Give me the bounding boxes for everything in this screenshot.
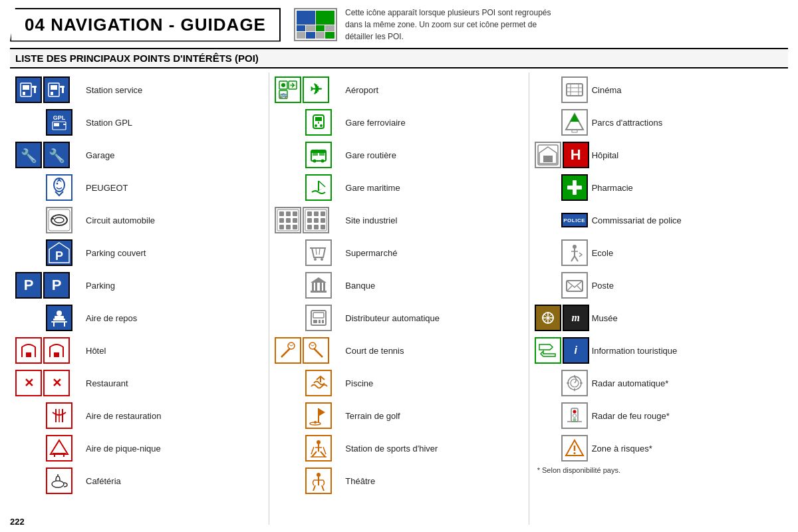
list-item: Aire de restauration xyxy=(15,401,263,430)
poi-label: Parking couvert xyxy=(86,248,146,258)
list-item: Gare routière xyxy=(275,140,523,170)
svg-rect-72 xyxy=(307,218,312,223)
svg-rect-64 xyxy=(293,218,297,223)
restaurant-icon-2: ✕ xyxy=(43,370,70,396)
svg-point-100 xyxy=(317,440,321,444)
info-icon-2: i xyxy=(563,337,589,364)
svg-text:P: P xyxy=(55,249,63,263)
garage-icon-1: 🔧 xyxy=(15,142,42,168)
poi-icon-group xyxy=(535,370,588,396)
radar-feu-icon xyxy=(561,402,588,429)
svg-line-95 xyxy=(314,348,323,357)
poi-label: Aire de pique-nique xyxy=(86,444,161,454)
svg-rect-84 xyxy=(320,283,322,291)
svg-point-122 xyxy=(573,245,577,249)
svg-rect-26 xyxy=(55,316,64,319)
svg-point-144 xyxy=(573,452,575,454)
svg-rect-57 xyxy=(311,150,326,153)
poi-label: Restaurant xyxy=(86,378,128,388)
ski-icon xyxy=(305,435,332,462)
parking-icon-1: P xyxy=(15,272,42,299)
cluster-icon xyxy=(294,8,337,41)
list-item: Court de tennis xyxy=(275,336,523,365)
poi-label: PEUGEOT xyxy=(86,183,128,193)
poi-icon-group: P P xyxy=(15,272,82,299)
hotel-icon-1 xyxy=(15,337,42,364)
poi-icon-group: i xyxy=(535,337,588,364)
svg-rect-88 xyxy=(313,313,324,318)
musee-icon-2: m xyxy=(563,305,589,331)
poi-label: Aire de restauration xyxy=(86,411,161,421)
svg-point-19 xyxy=(51,215,67,225)
list-item: Aire de repos xyxy=(15,303,263,332)
svg-rect-7 xyxy=(60,86,65,88)
poi-columns: Station service GPL Station GPL 🔧 xyxy=(10,72,788,525)
svg-line-126 xyxy=(577,286,583,291)
golf-icon xyxy=(305,402,332,429)
list-item: Radar automatique* xyxy=(535,368,783,398)
svg-rect-4 xyxy=(23,92,25,95)
list-item: Circuit automobile xyxy=(15,205,263,235)
poi-icon-group xyxy=(535,239,588,266)
col-services2: Cinéma Parcs d'attractions xyxy=(529,72,788,525)
poi-icon-group xyxy=(275,435,341,462)
list-item: Parcs d'attractions xyxy=(535,108,783,137)
poi-icon-group xyxy=(275,402,341,429)
chapter-title: 04 NAVIGATION - GUIDAGE xyxy=(10,8,281,42)
poi-icon-group: 🔧 🔧 xyxy=(15,142,82,168)
poi-label: Zone à risques* xyxy=(592,444,652,454)
poi-icon-group: POLICE xyxy=(535,213,588,227)
poi-label: Musée xyxy=(592,313,618,323)
page: 04 NAVIGATION - GUIDAGE Cette icône appa… xyxy=(0,0,798,532)
supermarche-icon xyxy=(305,239,332,266)
poi-label: Circuit automobile xyxy=(86,215,155,225)
poi-icon-group xyxy=(535,402,588,429)
list-item: 🔧 🔧 Garage xyxy=(15,140,263,170)
svg-rect-77 xyxy=(321,225,325,229)
bus-icon xyxy=(305,142,332,168)
poi-icon-group xyxy=(15,207,82,233)
svg-rect-1 xyxy=(23,85,29,90)
list-item: Cinéma xyxy=(535,75,783,104)
svg-marker-115 xyxy=(570,114,579,122)
poi-label: Poste xyxy=(592,281,614,291)
svg-point-78 xyxy=(314,258,317,261)
svg-rect-3 xyxy=(34,88,36,93)
list-item: Aire de pique-nique xyxy=(15,434,263,463)
poi-icon-group xyxy=(535,272,588,299)
poi-icon-group xyxy=(275,337,341,364)
svg-text:🔧: 🔧 xyxy=(21,148,37,164)
list-item: Station service xyxy=(15,75,263,104)
distributeur-icon xyxy=(305,305,332,331)
poi-label: Station de sports d'hiver xyxy=(345,444,438,454)
svg-rect-8 xyxy=(62,88,64,93)
poi-label: Terrain de golf xyxy=(345,411,400,421)
svg-rect-76 xyxy=(314,225,319,229)
svg-rect-109 xyxy=(567,84,583,96)
poi-icon-group xyxy=(535,174,588,201)
poi-label: Radar de feu rouge* xyxy=(592,411,670,421)
poi-label: Commissariat de police xyxy=(592,215,682,225)
poi-label: Gare maritime xyxy=(345,183,400,193)
svg-point-50 xyxy=(320,124,323,127)
poi-label: Parcs d'attractions xyxy=(592,118,663,128)
poi-icon-group xyxy=(15,467,82,494)
poi-icon-group xyxy=(15,337,82,364)
poi-icon-group: m xyxy=(535,305,588,331)
svg-rect-12 xyxy=(63,124,66,125)
list-item: m Musée xyxy=(535,303,783,332)
cinema-icon xyxy=(561,76,588,103)
svg-point-138 xyxy=(573,410,576,414)
poi-icon-group xyxy=(275,207,341,233)
poi-label: Cinéma xyxy=(592,85,622,95)
svg-rect-36 xyxy=(53,453,66,454)
svg-line-105 xyxy=(323,447,326,454)
poi-label: Station service xyxy=(86,85,142,95)
poi-label: Hôpital xyxy=(592,150,618,160)
fuel-icon-2 xyxy=(43,76,70,103)
svg-marker-81 xyxy=(311,277,327,283)
airport-icon-1: ✈ 🚌 xyxy=(275,76,301,103)
repos-icon xyxy=(46,305,72,331)
list-item: GPL Station GPL xyxy=(15,108,263,137)
page-number: 222 xyxy=(10,517,25,527)
